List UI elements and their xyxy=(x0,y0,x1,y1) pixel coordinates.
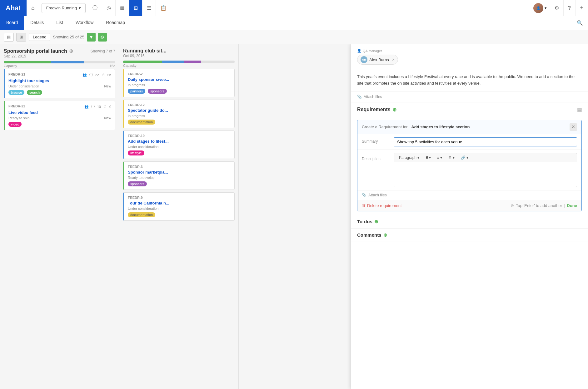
card-status: In progress xyxy=(128,114,231,118)
assignee-avatar: AB xyxy=(361,56,367,63)
todos-add-icon[interactable]: ⊕ xyxy=(374,219,378,224)
card-fredr-22: FREDR-22 👥 ⓘ 10 ⏱ 0 Live video feed Read… xyxy=(4,101,115,130)
view-single-button[interactable]: ▤ xyxy=(4,33,14,42)
requirements-collapse-icon[interactable]: ▤ xyxy=(577,107,582,113)
req-summary-row: Summary xyxy=(357,134,581,150)
editor-bold-button[interactable]: B ▾ xyxy=(423,155,433,161)
card-title[interactable]: Sponsor marketpla... xyxy=(128,170,231,175)
target-icon: ◎ xyxy=(107,5,111,11)
req-actions: 🗑 Delete requirement ⊕ Tap 'Enter' to ad… xyxy=(357,200,581,211)
tag-partners[interactable]: partners xyxy=(128,89,145,94)
req-form-header: Create a Requirement for Add stages to l… xyxy=(357,120,581,134)
editor-toolbar: Paragraph ▾ B ▾ ≡ ▾ ⊞ ▾ 🔗 ▾ xyxy=(394,153,577,162)
card-title[interactable]: Highlight tour stages xyxy=(8,78,111,83)
gear-icon: ⚙ xyxy=(555,5,559,11)
capacity-bar-1: Capacity 15d xyxy=(4,61,115,68)
board: Sponsorship portal launch ⊕ Showing 7 of… xyxy=(0,44,588,389)
logo[interactable]: Aha! xyxy=(0,0,27,16)
editor-table-button[interactable]: ⊞ ▾ xyxy=(446,155,457,161)
calendar-button[interactable]: ▦ xyxy=(116,0,129,16)
tag-sponsors[interactable]: sponsors xyxy=(148,89,167,94)
search-icon: 🔍 xyxy=(577,20,583,26)
card-id: FREDR-2 xyxy=(128,72,143,76)
grid-button[interactable]: ⊞ xyxy=(129,0,142,16)
todos-section: To-dos ⊕ xyxy=(351,215,588,229)
users-icon: 👥 xyxy=(84,105,89,109)
tag-documentation[interactable]: documentation xyxy=(128,212,155,217)
editor-align-button[interactable]: ≡ ▾ xyxy=(435,155,445,161)
settings-button[interactable]: ⚙ xyxy=(550,0,563,16)
tag-lifestyle[interactable]: lifestyle xyxy=(128,150,144,155)
card-status: Under consideration xyxy=(8,84,39,88)
tab-workflow[interactable]: Workflow xyxy=(69,16,100,30)
card-title[interactable]: Live video feed xyxy=(8,110,111,115)
card-id: FREDR-10 xyxy=(128,134,145,138)
card-meta: 👥 ⓘ 22 ⏱ 6h xyxy=(82,72,112,77)
card-id: FREDR-12 xyxy=(128,103,145,107)
tag-sponsors[interactable]: sponsors xyxy=(128,181,147,186)
card-title[interactable]: Daily sponsor swee... xyxy=(128,77,231,82)
clock-icon: ⏱ xyxy=(102,73,105,77)
assignee-remove-button[interactable]: × xyxy=(392,57,395,62)
paperclip-icon-2: 📎 xyxy=(362,193,366,197)
board-settings-button[interactable]: ⚙ xyxy=(98,33,107,42)
col-add-icon[interactable]: ⊕ xyxy=(69,48,73,54)
card-id: FREDR-21 xyxy=(8,72,25,76)
target-button[interactable]: ◎ xyxy=(102,0,116,16)
help-button[interactable]: ? xyxy=(563,0,576,16)
clock-icon: ⏱ xyxy=(103,105,107,109)
avatar-button[interactable]: 👤 ▾ xyxy=(530,0,550,16)
card-fredr-10: FREDR-10 Add stages to lifest... Under c… xyxy=(123,130,235,159)
tab-roadmap[interactable]: Roadmap xyxy=(100,16,131,30)
card-status: Under consideration xyxy=(128,145,231,149)
requirements-section-header: Requirements ⊕ ▤ xyxy=(351,102,588,116)
req-close-button[interactable]: × xyxy=(570,123,577,131)
detail-panel: 👤 QA manager AB Alex Burns × This year's… xyxy=(351,44,588,389)
tag-documentation[interactable]: documentation xyxy=(128,120,155,125)
editor-link-button[interactable]: 🔗 ▾ xyxy=(458,155,471,161)
tag-video[interactable]: video xyxy=(8,122,22,127)
info-button[interactable]: ⓘ xyxy=(88,0,102,16)
tab-list[interactable]: List xyxy=(50,16,69,30)
tab-details[interactable]: Details xyxy=(24,16,50,30)
home-button[interactable]: ⌂ xyxy=(27,0,39,16)
view-grid-button[interactable]: ⊞ xyxy=(16,33,26,42)
card-title[interactable]: Tour de California h... xyxy=(128,201,231,205)
tag-search[interactable]: search xyxy=(27,90,42,95)
filter-icon: ▼ xyxy=(89,35,93,40)
req-description-row: Description Paragraph ▾ B ▾ ≡ ▾ ⊞ ▾ 🔗 ▾ xyxy=(357,150,581,190)
tab-board[interactable]: Board xyxy=(0,16,24,30)
cog-icon: ⚙ xyxy=(100,35,104,40)
col-count-1: Showing 7 of 7 xyxy=(91,49,115,53)
editor-paragraph-button[interactable]: Paragraph ▾ xyxy=(396,155,422,161)
tag-browse[interactable]: browse xyxy=(8,90,24,95)
filter-button[interactable]: ▼ xyxy=(87,33,96,42)
search-button[interactable]: 🔍 xyxy=(572,20,588,26)
plus-icon: + xyxy=(580,4,584,12)
notebook-button[interactable]: 📋 xyxy=(156,0,171,16)
comments-add-icon[interactable]: ⊕ xyxy=(383,232,387,238)
card-title[interactable]: Spectator guide do... xyxy=(128,108,231,113)
legend-button[interactable]: Legend xyxy=(29,33,50,41)
col-header-1: Sponsorship portal launch ⊕ Showing 7 of… xyxy=(4,48,115,58)
requirements-add-icon[interactable]: ⊕ xyxy=(392,107,396,113)
card-title[interactable]: Add stages to lifest... xyxy=(128,139,231,144)
toolbar: ▤ ⊞ Legend Showing 25 of 25 ▼ ⚙ xyxy=(0,30,588,44)
attach-files-link[interactable]: 📎 Attach files xyxy=(351,91,588,102)
avatar-chevron-icon: ▾ xyxy=(545,6,547,10)
editor-content-area[interactable] xyxy=(394,162,577,187)
add-button[interactable]: + xyxy=(575,0,588,16)
req-attach-link[interactable]: 📎 Attach files xyxy=(357,190,581,200)
req-summary-input[interactable] xyxy=(394,137,577,146)
list-button[interactable]: ☰ xyxy=(142,0,156,16)
assignee-chip[interactable]: AB Alex Burns × xyxy=(357,55,398,65)
req-feature-name: Add stages to lifestyle section xyxy=(411,125,470,129)
card-id: FREDR-9 xyxy=(128,196,143,199)
qa-manager-section: 👤 QA manager AB Alex Burns × xyxy=(351,44,588,69)
project-dropdown[interactable]: Fredwin Running ▾ xyxy=(42,3,86,13)
card-status: In progress xyxy=(128,83,231,87)
done-button[interactable]: Done xyxy=(567,203,577,208)
delete-requirement-button[interactable]: 🗑 Delete requirement xyxy=(362,203,402,208)
person-icon: 👤 xyxy=(357,49,361,53)
nav-right: 👤 ▾ ⚙ ? + xyxy=(530,0,588,16)
